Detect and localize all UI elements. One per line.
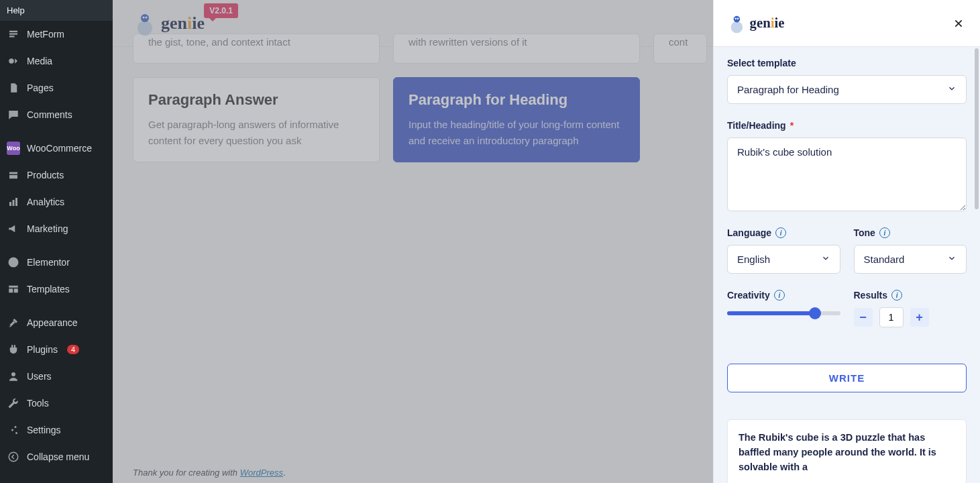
sidebar-separator (0, 242, 113, 249)
sidebar-item-plugins[interactable]: Plugins 4 (0, 336, 113, 363)
pages-icon (7, 81, 20, 95)
result-output[interactable]: The Rubik's cube is a 3D puzzle that has… (727, 419, 967, 483)
language-select[interactable]: English (727, 245, 840, 274)
template-label: Select template (727, 58, 967, 68)
tone-group: Tone i Standard (854, 227, 967, 274)
creativity-slider[interactable] (727, 311, 840, 315)
svg-rect-8 (15, 198, 17, 206)
sidebar-item-label: WooCommerce (27, 143, 92, 154)
chevron-down-icon (947, 84, 957, 95)
media-icon (7, 54, 20, 68)
info-icon[interactable]: i (891, 290, 902, 301)
svg-point-10 (11, 372, 15, 376)
info-icon[interactable]: i (775, 227, 786, 238)
templates-icon (7, 282, 20, 296)
heading-input-group: Title/Heading* (727, 120, 967, 211)
select-value: Paragraph for Heading (737, 84, 839, 95)
lang-tone-row: Language i English Tone i Standard (727, 227, 967, 290)
sidebar-item-elementor[interactable]: Elementor (0, 249, 113, 276)
template-select[interactable]: Paragraph for Heading (727, 75, 967, 104)
megaphone-icon (7, 222, 20, 235)
svg-rect-6 (9, 202, 11, 206)
sidebar-item-metform[interactable]: MetForm (0, 21, 113, 48)
creativity-results-row: Creativity i Results i − + (727, 290, 967, 343)
svg-point-3 (9, 58, 14, 64)
results-group: Results i − + (854, 290, 967, 327)
info-icon[interactable]: i (774, 290, 785, 301)
sidebar-item-marketing[interactable]: Marketing (0, 215, 113, 242)
svg-point-20 (734, 15, 741, 22)
sidebar-item-label: Appearance (27, 317, 78, 328)
write-button[interactable]: WRITE (727, 364, 967, 392)
sidebar-item-label: Marketing (27, 223, 68, 234)
sidebar-item-pages[interactable]: Pages (0, 74, 113, 101)
slider-thumb[interactable] (809, 307, 821, 319)
sidebar-item-label: Plugins (27, 344, 58, 355)
sidebar-item-appearance[interactable]: Appearance (0, 309, 113, 336)
increment-button[interactable]: + (910, 308, 929, 327)
sidebar-item-woocommerce[interactable]: Woo WooCommerce (0, 135, 113, 162)
panel-brand: geniie (727, 13, 785, 33)
results-input[interactable] (879, 307, 904, 327)
svg-point-13 (15, 432, 17, 434)
select-value: English (737, 254, 770, 265)
sidebar-item-label: Collapse menu (27, 451, 89, 462)
user-icon (7, 370, 20, 383)
products-icon (7, 168, 20, 182)
sidebar-item-settings[interactable]: Settings (0, 417, 113, 443)
collapse-icon (7, 450, 20, 464)
sidebar-item-label: Tools (27, 398, 49, 409)
brand-name: geniie (750, 15, 785, 31)
sidebar-separator (0, 128, 113, 135)
svg-rect-0 (9, 31, 17, 32)
help-link[interactable]: Help (0, 0, 113, 21)
sidebar-item-label: Pages (27, 83, 54, 93)
results-label: Results i (854, 290, 967, 301)
sidebar-item-media[interactable]: Media (0, 48, 113, 74)
sidebar-item-templates[interactable]: Templates (0, 276, 113, 303)
comments-icon (7, 108, 20, 121)
sidebar-menu: MetForm Media Pages Comments Woo WooComm… (0, 21, 113, 483)
woocommerce-icon: Woo (7, 142, 20, 155)
language-group: Language i English (727, 227, 840, 274)
chevron-down-icon (821, 254, 830, 265)
tone-label: Tone i (854, 227, 967, 238)
admin-sidebar: Help MetForm Media Pages Comments Woo Wo… (0, 0, 113, 483)
svg-point-11 (15, 426, 17, 428)
svg-rect-1 (9, 34, 17, 35)
elementor-icon (7, 256, 20, 269)
sidebar-item-label: Settings (27, 425, 61, 435)
decrement-button[interactable]: − (854, 308, 873, 327)
sidebar-item-tools[interactable]: Tools (0, 390, 113, 417)
heading-input[interactable] (727, 138, 967, 211)
heading-label: Title/Heading* (727, 120, 967, 131)
sidebar-item-label: MetForm (27, 29, 64, 40)
brush-icon (7, 316, 20, 329)
genie-panel: geniie Select template Paragraph for Hea… (713, 0, 980, 483)
collapse-menu[interactable]: Collapse menu (0, 443, 113, 470)
sidebar-item-comments[interactable]: Comments (0, 101, 113, 128)
sidebar-item-label: Users (27, 371, 52, 382)
svg-point-14 (9, 452, 18, 462)
update-badge: 4 (67, 345, 79, 354)
sidebar-item-label: Products (27, 170, 64, 180)
creativity-label: Creativity i (727, 290, 840, 301)
sidebar-item-analytics[interactable]: Analytics (0, 189, 113, 215)
language-label: Language i (727, 227, 840, 238)
form-icon (7, 28, 20, 41)
tone-select[interactable]: Standard (854, 245, 967, 274)
svg-point-19 (731, 21, 743, 33)
sliders-icon (7, 423, 20, 437)
info-icon[interactable]: i (879, 227, 890, 238)
scrollbar[interactable] (975, 48, 979, 209)
sidebar-separator (0, 303, 113, 309)
sidebar-item-products[interactable]: Products (0, 162, 113, 189)
sidebar-item-label: Elementor (27, 257, 70, 268)
sidebar-item-users[interactable]: Users (0, 363, 113, 390)
analytics-icon (7, 195, 20, 209)
close-panel-button[interactable] (950, 15, 967, 32)
slider-fill (727, 311, 815, 315)
select-value: Standard (864, 254, 905, 265)
modal-backdrop[interactable] (113, 0, 713, 483)
close-icon (953, 18, 964, 29)
